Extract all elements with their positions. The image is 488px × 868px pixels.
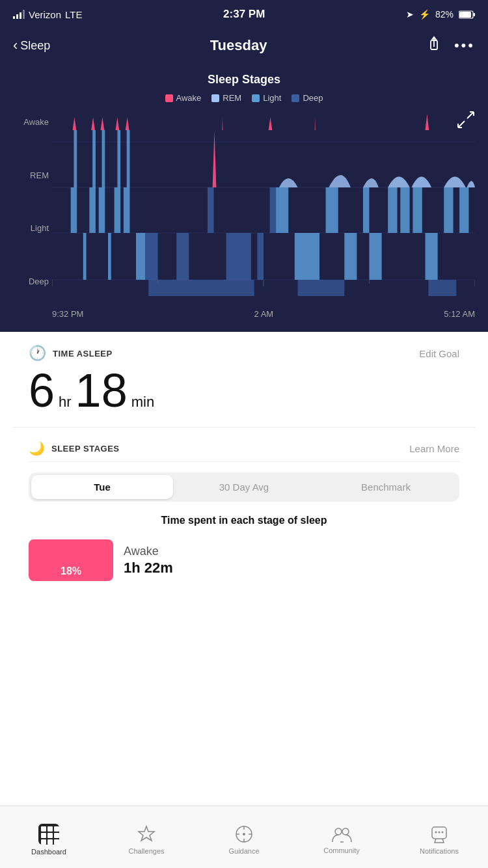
legend-rem: REM: [211, 93, 241, 103]
moon-icon: 🌙: [29, 441, 45, 456]
signal-bars: [13, 10, 25, 19]
svg-point-28: [342, 828, 349, 835]
legend-light: Light: [252, 93, 281, 103]
share-icon[interactable]: [427, 35, 441, 56]
sleep-stages-section: 🌙 SLEEP STAGES Learn More Tue 30 Day Avg…: [13, 427, 475, 581]
nav-challenges[interactable]: Challenges: [98, 819, 195, 855]
nav-header: ‹ Sleep Tuesday •••: [0, 29, 488, 66]
awake-dot: [165, 94, 173, 102]
chart-section: Sleep Stages Awake REM Light Deep Awake …: [0, 66, 488, 332]
time-mid: 2 AM: [254, 309, 274, 319]
nav-actions: •••: [427, 35, 475, 56]
tab-30day[interactable]: 30 Day Avg: [173, 475, 315, 499]
time-end: 5:12 AM: [444, 309, 475, 319]
guidance-label: Guidance: [228, 847, 259, 855]
notifications-icon: [429, 824, 449, 844]
svg-point-32: [439, 832, 441, 834]
deep-label: Deep: [303, 93, 323, 103]
network-label: LTE: [65, 9, 82, 20]
hr-label: hr: [59, 394, 72, 411]
tab-tue[interactable]: Tue: [31, 475, 173, 499]
stages-subtitle: Time spent in each stage of sleep: [29, 515, 459, 526]
back-label: Sleep: [20, 39, 50, 53]
location-icon: ➤: [406, 9, 414, 20]
bottom-nav: Dashboard Challenges Guidance Community: [0, 806, 488, 868]
page-title: Tuesday: [210, 37, 267, 54]
more-options-icon[interactable]: •••: [454, 37, 475, 54]
min-label: min: [131, 394, 154, 411]
status-time: 2:37 PM: [223, 8, 265, 21]
legend-awake: Awake: [165, 93, 202, 103]
tab-benchmark[interactable]: Benchmark: [315, 475, 457, 499]
metric-header: 🕐 TIME ASLEEP Edit Goal: [29, 345, 459, 362]
community-icon: [331, 825, 352, 843]
nav-community[interactable]: Community: [293, 820, 390, 854]
bluetooth-icon: ⚡: [419, 9, 430, 20]
stage-row-awake: 18% Awake 1h 22m: [29, 539, 459, 581]
awake-label: Awake: [176, 93, 202, 103]
learn-more-button[interactable]: Learn More: [409, 443, 459, 454]
svg-point-33: [442, 832, 444, 834]
chart-svg: [52, 111, 475, 296]
deep-dot: [291, 94, 299, 102]
dashboard-icon: [38, 824, 59, 845]
carrier-label: Verizon: [29, 9, 61, 20]
svg-point-31: [435, 832, 437, 834]
status-right: ➤ ⚡ 82%: [406, 9, 475, 20]
status-bar: Verizon LTE 2:37 PM ➤ ⚡ 82%: [0, 0, 488, 29]
sleep-hours: 6: [29, 367, 55, 414]
guidance-icon: [234, 824, 254, 844]
rem-dot: [211, 94, 219, 102]
y-label-rem: REM: [13, 170, 49, 180]
nav-notifications[interactable]: Notifications: [390, 819, 488, 855]
metric-title-row: 🕐 TIME ASLEEP: [29, 345, 113, 362]
rem-label: REM: [223, 93, 241, 103]
edit-goal-button[interactable]: Edit Goal: [419, 348, 459, 359]
notifications-label: Notifications: [420, 847, 459, 855]
y-label-deep: Deep: [13, 277, 49, 286]
chart-y-labels: Awake REM Light Deep: [13, 111, 49, 293]
back-button[interactable]: ‹ Sleep: [13, 37, 50, 54]
back-chevron-icon: ‹: [13, 37, 18, 54]
svg-rect-1: [473, 13, 475, 16]
battery-icon: [459, 10, 475, 19]
challenges-icon: [137, 824, 156, 844]
sleep-minutes: 18: [75, 367, 128, 414]
svg-point-22: [243, 833, 245, 835]
svg-rect-2: [459, 12, 471, 18]
tab-30day-label: 30 Day Avg: [219, 481, 269, 493]
chart-title: Sleep Stages: [13, 73, 475, 87]
stages-title-row: 🌙 SLEEP STAGES: [29, 441, 120, 456]
time-asleep-title: TIME ASLEEP: [53, 349, 113, 359]
svg-point-27: [335, 828, 342, 835]
light-label: Light: [263, 93, 281, 103]
time-asleep-section: 🕐 TIME ASLEEP Edit Goal 6 hr 18 min: [13, 332, 475, 427]
time-start: 9:32 PM: [52, 309, 83, 319]
y-label-light: Light: [13, 223, 49, 233]
clock-icon: 🕐: [29, 345, 46, 362]
awake-bar: 18%: [29, 539, 113, 581]
sleep-chart: Awake REM Light Deep: [13, 111, 475, 319]
sleep-duration: 6 hr 18 min: [29, 367, 459, 414]
content-section: 🕐 TIME ASLEEP Edit Goal 6 hr 18 min 🌙 SL…: [0, 332, 488, 581]
status-left: Verizon LTE: [13, 9, 82, 20]
y-label-awake: Awake: [13, 117, 49, 127]
awake-stage-name: Awake: [124, 545, 173, 558]
tab-benchmark-label: Benchmark: [361, 481, 411, 493]
legend-deep: Deep: [291, 93, 323, 103]
nav-guidance[interactable]: Guidance: [195, 819, 293, 855]
svg-marker-20: [139, 826, 154, 841]
dashboard-label: Dashboard: [31, 848, 66, 856]
stages-header: 🌙 SLEEP STAGES Learn More: [29, 441, 459, 462]
chart-legend: Awake REM Light Deep: [13, 93, 475, 103]
light-dot: [252, 94, 260, 102]
awake-percent: 18%: [61, 565, 81, 577]
battery-label: 82%: [435, 9, 454, 20]
tab-tue-label: Tue: [94, 481, 111, 493]
sleep-stages-title: SLEEP STAGES: [51, 444, 120, 454]
community-label: Community: [323, 847, 360, 854]
nav-dashboard[interactable]: Dashboard: [0, 819, 98, 856]
awake-info: Awake 1h 22m: [124, 545, 173, 576]
chart-x-labels: 9:32 PM 2 AM 5:12 AM: [52, 309, 475, 319]
challenges-label: Challenges: [128, 847, 164, 855]
